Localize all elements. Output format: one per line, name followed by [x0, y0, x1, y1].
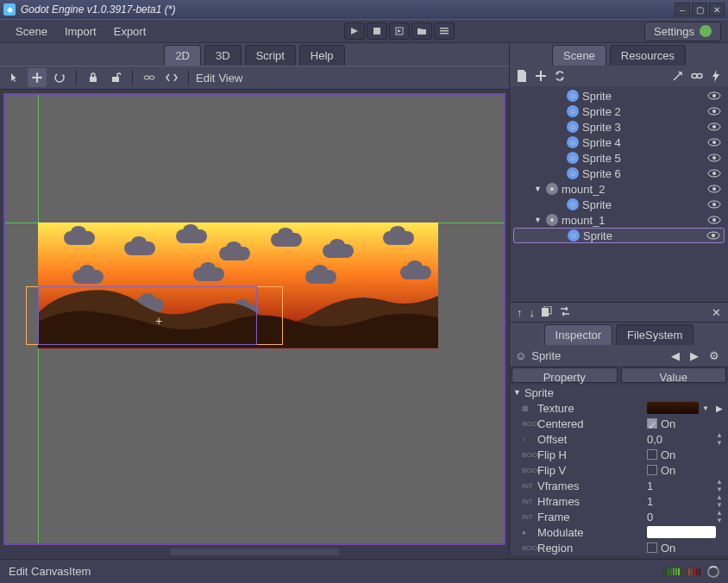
svg-point-23 — [708, 170, 720, 177]
tree-node[interactable]: ▼●mount_1 — [513, 212, 725, 228]
dock-spacers[interactable] — [0, 549, 509, 555]
tree-node[interactable]: ☺Sprite 5 — [513, 150, 725, 166]
tree-node[interactable]: ☺Sprite — [513, 228, 725, 243]
tree-node[interactable]: ☺Sprite — [513, 197, 725, 212]
node-label: Sprite — [582, 198, 612, 211]
tab-scene[interactable]: Scene — [552, 45, 606, 66]
tree-node[interactable]: ▼●mount_2 — [513, 181, 725, 197]
visibility-icon[interactable] — [707, 90, 721, 103]
svg-point-29 — [708, 216, 720, 223]
checkbox[interactable]: ✓ — [647, 418, 657, 429]
swap-icon[interactable] — [559, 306, 571, 319]
prop-row[interactable]: ↕Offset0,0▲▼ — [510, 431, 728, 447]
prop-row[interactable]: BOOLRegionOn — [510, 540, 728, 555]
prop-name: Flip H — [537, 448, 643, 461]
prop-type-icon: INT — [522, 482, 534, 490]
menu-import[interactable]: Import — [56, 22, 105, 41]
new-file-icon[interactable] — [515, 69, 529, 83]
tab-resources[interactable]: Resources — [610, 45, 686, 66]
checkbox[interactable] — [647, 449, 657, 460]
menu-scene[interactable]: Scene — [7, 22, 56, 41]
prop-row[interactable]: BOOLFlip HOn — [510, 447, 728, 462]
visibility-icon[interactable] — [707, 183, 721, 196]
prop-section-label[interactable]: Sprite — [524, 386, 554, 399]
rotate-tool[interactable] — [50, 68, 69, 87]
copy-icon[interactable] — [542, 306, 552, 319]
lock-tool[interactable] — [84, 68, 103, 87]
prop-row[interactable]: INTHframes1▲▼ — [510, 493, 728, 509]
prop-row[interactable]: ●Modulate — [510, 524, 728, 540]
tab-help[interactable]: Help — [299, 45, 345, 66]
move-tool[interactable] — [28, 68, 47, 87]
svg-rect-6 — [90, 77, 97, 82]
visibility-icon[interactable] — [707, 121, 721, 134]
visibility-icon[interactable] — [707, 167, 721, 180]
move-up-icon[interactable]: ↑ — [517, 306, 523, 319]
property-list[interactable]: ▼Sprite▦Texture▼▶BOOLCentered✓On↕Offset0… — [510, 385, 728, 555]
settings-button[interactable]: Settings — [644, 22, 721, 41]
svg-point-20 — [712, 141, 716, 144]
node-label: Sprite 3 — [582, 121, 621, 134]
tab-script[interactable]: Script — [245, 45, 296, 66]
next-obj-icon[interactable]: ▶ — [690, 349, 704, 362]
prop-row[interactable]: INTFrame0▲▼ — [510, 509, 728, 524]
link-chain-icon[interactable] — [690, 69, 704, 83]
visibility-icon[interactable] — [707, 136, 721, 149]
delete-icon[interactable]: ✕ — [712, 306, 721, 319]
checkbox[interactable] — [647, 465, 657, 475]
tree-node[interactable]: ☺Sprite 2 — [513, 103, 725, 119]
spin-icon[interactable]: ▲▼ — [716, 493, 725, 509]
add-node-icon[interactable] — [534, 69, 548, 83]
tab-filesystem[interactable]: FileSystem — [616, 324, 693, 345]
color-thumb[interactable] — [647, 526, 716, 538]
menu-export[interactable]: Export — [105, 22, 155, 41]
tree-node[interactable]: ☺Sprite 6 — [513, 166, 725, 181]
wand-icon[interactable] — [671, 69, 685, 83]
prop-row[interactable]: BOOLFlip VOn — [510, 462, 728, 478]
maximize-button[interactable]: ▢ — [692, 3, 707, 16]
minimize-button[interactable]: – — [675, 3, 690, 16]
tab-2d[interactable]: 2D — [164, 45, 201, 66]
tab-inspector[interactable]: Inspector — [544, 324, 612, 345]
visibility-icon[interactable] — [707, 152, 721, 165]
tree-node[interactable]: ☺Sprite — [513, 88, 725, 103]
spin-icon[interactable]: ▲▼ — [716, 478, 725, 493]
play-scene-button[interactable] — [389, 22, 410, 40]
visibility-icon[interactable] — [707, 198, 721, 211]
stop-button[interactable] — [367, 22, 387, 40]
spin-icon[interactable]: ▲▼ — [716, 431, 725, 447]
gear-icon[interactable]: ⚙ — [709, 349, 723, 362]
select-tool[interactable] — [5, 68, 24, 87]
prop-row[interactable]: INTVframes1▲▼ — [510, 478, 728, 493]
edit-menu[interactable]: Edit — [196, 72, 215, 85]
prop-row[interactable]: BOOLCentered✓On — [510, 416, 728, 431]
folder-button[interactable] — [411, 22, 432, 40]
chevron-down-icon[interactable]: ▼ — [534, 216, 543, 224]
svg-point-19 — [708, 139, 720, 146]
play-button[interactable] — [344, 22, 365, 40]
bolt-icon[interactable] — [709, 69, 723, 83]
code-tool[interactable] — [162, 68, 181, 87]
visibility-icon[interactable] — [707, 214, 721, 227]
unlock-tool[interactable] — [106, 68, 125, 87]
scene-tree[interactable]: ☺Sprite☺Sprite 2☺Sprite 3☺Sprite 4☺Sprit… — [510, 86, 728, 302]
move-down-icon[interactable]: ↓ — [530, 306, 536, 319]
visibility-icon[interactable] — [706, 229, 720, 242]
close-button[interactable]: ✕ — [709, 3, 725, 16]
tab-3d[interactable]: 3D — [204, 45, 242, 66]
chevron-down-icon[interactable]: ▼ — [534, 185, 543, 193]
link-tool[interactable] — [140, 68, 159, 87]
checkbox[interactable] — [647, 542, 657, 553]
viewport-2d[interactable]: + — [3, 93, 505, 545]
visibility-icon[interactable] — [707, 105, 721, 118]
tree-node[interactable]: ☺Sprite 4 — [513, 135, 725, 150]
reload-icon[interactable] — [553, 69, 567, 83]
view-menu[interactable]: View — [218, 72, 242, 85]
spin-icon[interactable]: ▲▼ — [716, 509, 725, 524]
tree-node[interactable]: ☺Sprite 3 — [513, 119, 725, 135]
prev-obj-icon[interactable]: ◀ — [671, 349, 685, 362]
texture-thumb[interactable] — [647, 402, 699, 414]
list-button[interactable] — [434, 22, 455, 40]
prop-row[interactable]: ▦Texture▼▶ — [510, 400, 728, 416]
svg-point-31 — [707, 232, 719, 239]
